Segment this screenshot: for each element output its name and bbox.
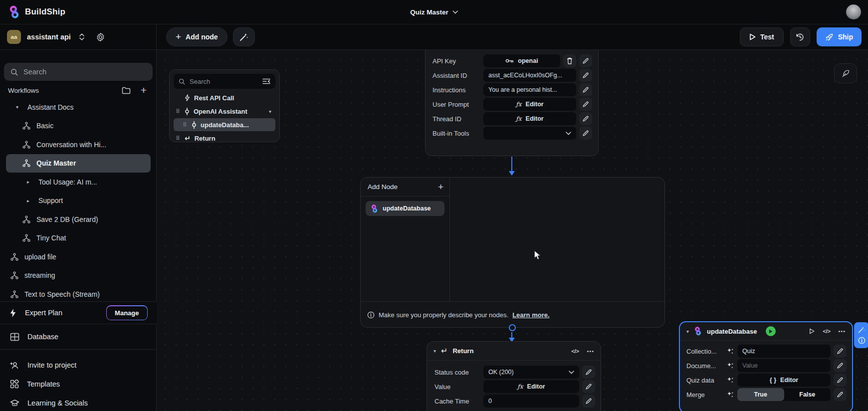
collapse-list-icon[interactable] bbox=[262, 78, 270, 84]
drag-handle-icon[interactable]: ⠿ bbox=[183, 122, 188, 128]
edit-button[interactable] bbox=[582, 380, 595, 393]
edit-button[interactable] bbox=[579, 112, 592, 125]
sidebar-item-upload-file[interactable]: upload file bbox=[0, 247, 157, 266]
api-key-field[interactable]: openai bbox=[483, 54, 560, 67]
collapse-caret-icon[interactable]: ▾ bbox=[686, 329, 689, 334]
return-node[interactable]: ▾ ↵ Return </> ••• Status code OK (200) … bbox=[427, 341, 601, 411]
outline-item-rest-api-call[interactable]: Rest API Call bbox=[173, 91, 276, 104]
node-outline-search-input[interactable]: Search bbox=[174, 74, 275, 89]
status-code-select[interactable]: OK (200) bbox=[483, 366, 579, 379]
caret-down-icon[interactable]: ▾ bbox=[269, 109, 273, 114]
ai-sparkle-icon[interactable] bbox=[726, 376, 734, 384]
lightning-icon bbox=[185, 94, 190, 101]
outline-item-updatedatabase[interactable]: ⠿ updateDataba... bbox=[174, 118, 275, 131]
merge-toggle: True False bbox=[737, 388, 831, 401]
sidebar-item-templates[interactable]: Templates bbox=[0, 375, 157, 394]
field-label: Collectio... bbox=[686, 348, 723, 355]
delete-button[interactable] bbox=[563, 54, 576, 67]
updatedatabase-node[interactable]: ▾ updateDatabase </> ••• Collectio... bbox=[679, 321, 853, 411]
edit-button[interactable] bbox=[579, 69, 592, 82]
thread-id-editor-field[interactable]: ƒxEditor bbox=[483, 112, 576, 125]
run-node-button[interactable] bbox=[766, 326, 776, 336]
value-editor-field[interactable]: ƒxEditor bbox=[483, 380, 579, 393]
caret-right-icon: ▸ bbox=[24, 179, 32, 185]
sidebar-item-database[interactable]: Database bbox=[0, 324, 157, 350]
sidebar-item-support[interactable]: ▸ Support bbox=[0, 192, 157, 210]
workspace-switcher-icon[interactable] bbox=[79, 33, 85, 41]
workspace-header: aa assistant api bbox=[0, 24, 157, 50]
workflows-label: Workflows bbox=[8, 87, 39, 94]
node-ai-badge[interactable] bbox=[854, 322, 868, 348]
openai-assistant-node[interactable]: API Key openai Assistant ID asst_acECoLH… bbox=[425, 50, 599, 156]
workflow-icon bbox=[10, 253, 18, 261]
instructions-field[interactable]: You are a personal hist... bbox=[483, 83, 576, 96]
output-port[interactable] bbox=[509, 324, 516, 331]
field-label: Cache Time bbox=[434, 398, 480, 405]
add-node-item-updatedatabase[interactable]: updateDatabase bbox=[366, 201, 444, 216]
learn-more-link[interactable]: Learn more. bbox=[512, 311, 549, 319]
built-in-tools-select[interactable] bbox=[483, 127, 576, 140]
more-options-icon[interactable]: ••• bbox=[587, 348, 594, 354]
add-node-button[interactable]: + Add node bbox=[166, 27, 227, 46]
sidebar-item-tool-usage[interactable]: ▸ Tool Usage: AI m... bbox=[0, 173, 157, 192]
sidebar-item-assistant-docs[interactable]: ▾ Assistant Docs bbox=[0, 98, 157, 117]
merge-false-option[interactable]: False bbox=[784, 388, 831, 401]
annotate-pen-button[interactable] bbox=[834, 63, 857, 83]
drag-handle-icon[interactable]: ⠿ bbox=[176, 135, 181, 142]
sidebar-item-text-to-speech[interactable]: Text to Speech (Stream) bbox=[0, 285, 157, 304]
sidebar-item-tiny-chat[interactable]: Tiny Chat bbox=[0, 229, 157, 248]
outline-item-return[interactable]: ⠿ ↵ Return bbox=[173, 132, 276, 145]
edit-button[interactable] bbox=[834, 374, 847, 387]
merge-true-option[interactable]: True bbox=[737, 388, 784, 401]
play-outline-icon[interactable] bbox=[809, 328, 815, 334]
sidebar-item-streaming[interactable]: streaming bbox=[0, 266, 157, 285]
history-button[interactable] bbox=[790, 27, 810, 46]
manage-plan-button[interactable]: Manage bbox=[106, 305, 148, 320]
document-id-field[interactable]: Value bbox=[737, 359, 831, 372]
sidebar-item-save-2-db[interactable]: Save 2 DB (Gerard) bbox=[0, 210, 157, 229]
drag-handle-icon[interactable]: ⠿ bbox=[176, 108, 181, 115]
sidebar-item-learning-socials[interactable]: Learning & Socials bbox=[0, 394, 157, 411]
hint-text: Make sure you properly describe your nod… bbox=[379, 311, 508, 319]
workflow-title-dropdown[interactable]: Quiz Master bbox=[410, 0, 458, 24]
user-avatar[interactable] bbox=[846, 4, 861, 19]
edit-button[interactable] bbox=[579, 54, 592, 67]
edit-button[interactable] bbox=[579, 127, 592, 140]
sidebar-item-conversation-with-hi[interactable]: Conversation with Hi... bbox=[0, 135, 157, 154]
info-icon bbox=[367, 311, 375, 319]
cache-time-field[interactable]: 0 bbox=[483, 395, 579, 408]
ai-sparkle-icon[interactable] bbox=[726, 391, 734, 399]
edit-button[interactable] bbox=[834, 388, 847, 401]
edit-button[interactable] bbox=[834, 359, 847, 372]
collapse-caret-icon[interactable]: ▾ bbox=[434, 348, 436, 354]
workspace-avatar[interactable]: aa bbox=[7, 30, 21, 44]
database-label: Database bbox=[27, 333, 58, 341]
user-prompt-editor-field[interactable]: ƒxEditor bbox=[483, 98, 576, 111]
ai-wand-button[interactable] bbox=[233, 27, 255, 46]
more-options-icon[interactable]: ••• bbox=[838, 328, 846, 334]
edit-button[interactable] bbox=[579, 98, 592, 111]
edit-button[interactable] bbox=[579, 83, 592, 96]
ai-sparkle-icon[interactable] bbox=[726, 347, 734, 355]
code-icon[interactable]: </> bbox=[823, 328, 830, 334]
tree-label: Text to Speech (Stream) bbox=[24, 290, 100, 298]
assistant-id-field[interactable]: asst_acECoLHoxI0sOFg... bbox=[483, 69, 576, 82]
settings-gear-icon[interactable] bbox=[96, 32, 105, 42]
ai-sparkle-icon[interactable] bbox=[726, 362, 734, 370]
quiz-data-editor-field[interactable]: { }Editor bbox=[737, 374, 831, 387]
sidebar-item-basic[interactable]: Basic bbox=[0, 117, 157, 136]
edit-button[interactable] bbox=[582, 366, 595, 379]
sidebar-item-quiz-master[interactable]: Quiz Master bbox=[6, 154, 151, 173]
edit-button[interactable] bbox=[834, 345, 847, 358]
buildship-logo-icon bbox=[8, 5, 20, 19]
code-icon[interactable]: </> bbox=[571, 348, 579, 354]
ship-button[interactable]: Ship bbox=[817, 27, 862, 46]
test-button[interactable]: Test bbox=[740, 27, 784, 46]
edit-button[interactable] bbox=[582, 395, 595, 408]
collection-name-field[interactable]: Quiz bbox=[737, 345, 831, 358]
sidebar-item-invite-to-project[interactable]: Invite to project bbox=[0, 356, 157, 375]
workflow-canvas[interactable]: Search Rest API Call ⠿ OpenAI Assistant … bbox=[157, 50, 868, 411]
sidebar-search-input[interactable]: Search bbox=[4, 63, 153, 81]
outline-item-openai-assistant[interactable]: ⠿ OpenAI Assistant ▾ bbox=[173, 105, 276, 118]
folder-icon[interactable] bbox=[122, 87, 131, 94]
